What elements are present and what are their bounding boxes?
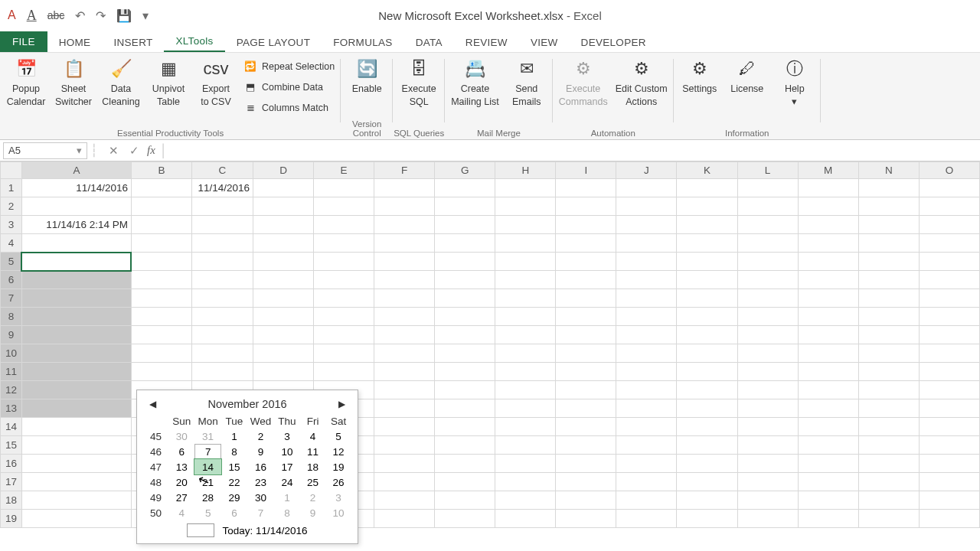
cell-J18[interactable]	[616, 491, 677, 510]
cell-E6[interactable]	[314, 271, 374, 289]
cell-G12[interactable]	[435, 381, 495, 399]
row-header-3[interactable]: 3	[1, 216, 22, 234]
cell-L17[interactable]	[737, 473, 798, 491]
cell-M8[interactable]	[798, 308, 858, 326]
cell-K6[interactable]	[677, 271, 737, 289]
cell-I2[interactable]	[556, 197, 616, 216]
cell-E2[interactable]	[314, 197, 374, 216]
worksheet[interactable]: ABCDEFGHIJKLMNO111/14/201611/14/20162311…	[0, 161, 980, 528]
cell-D2[interactable]	[253, 197, 313, 216]
cell-E7[interactable]	[314, 289, 374, 308]
cell-M17[interactable]	[798, 473, 858, 491]
cell-K8[interactable]	[677, 308, 737, 326]
cell-L11[interactable]	[737, 363, 798, 381]
cell-A8[interactable]	[21, 308, 131, 326]
cell-G13[interactable]	[435, 399, 495, 418]
cell-A13[interactable]	[21, 399, 131, 418]
cell-L5[interactable]	[737, 253, 798, 271]
cell-D6[interactable]	[253, 271, 313, 289]
cell-I9[interactable]	[556, 326, 616, 344]
cell-C11[interactable]	[192, 363, 253, 381]
calendar-day[interactable]: 7	[247, 505, 274, 520]
cell-E3[interactable]	[314, 216, 374, 234]
cell-O10[interactable]	[919, 344, 979, 363]
cell-K7[interactable]	[677, 289, 737, 308]
cell-K15[interactable]	[677, 436, 737, 455]
cell-E8[interactable]	[314, 308, 374, 326]
cell-C9[interactable]	[192, 326, 253, 344]
calendar-day[interactable]: 12	[325, 444, 351, 459]
cell-H1[interactable]	[495, 179, 556, 197]
cell-A11[interactable]	[21, 363, 131, 381]
cell-O4[interactable]	[919, 234, 979, 253]
cell-G15[interactable]	[435, 436, 495, 455]
cell-L3[interactable]	[737, 216, 798, 234]
cell-K13[interactable]	[677, 399, 737, 418]
cell-F10[interactable]	[374, 344, 435, 363]
cancel-icon[interactable]: ✕	[109, 144, 119, 158]
vc-enable-button[interactable]: 🔄Enable	[347, 56, 387, 96]
enter-icon[interactable]: ✓	[129, 144, 139, 158]
cell-F8[interactable]	[374, 308, 435, 326]
calendar-day[interactable]: 14	[194, 459, 221, 474]
cell-H13[interactable]	[495, 399, 556, 418]
cell-L9[interactable]	[737, 326, 798, 344]
cell-L13[interactable]	[737, 399, 798, 418]
cell-A4[interactable]	[21, 234, 131, 253]
cell-I17[interactable]	[556, 473, 616, 491]
cell-G10[interactable]	[435, 344, 495, 363]
row-header-13[interactable]: 13	[1, 399, 22, 418]
calendar-day[interactable]: 23	[247, 474, 274, 490]
cell-B10[interactable]	[131, 344, 191, 363]
cell-K16[interactable]	[677, 455, 737, 473]
cell-F9[interactable]	[374, 326, 435, 344]
cell-C1[interactable]: 11/14/2016	[192, 179, 253, 197]
cell-D1[interactable]	[253, 179, 313, 197]
calendar-day[interactable]: 3	[274, 429, 300, 444]
cell-O19[interactable]	[919, 510, 979, 528]
cell-G18[interactable]	[435, 491, 495, 510]
cell-C6[interactable]	[192, 271, 253, 289]
row-header-17[interactable]: 17	[1, 473, 22, 491]
tab-view[interactable]: VIEW	[519, 33, 570, 52]
cell-A5[interactable]	[21, 253, 131, 271]
cell-B7[interactable]	[131, 289, 191, 308]
cell-C10[interactable]	[192, 344, 253, 363]
calendar-day[interactable]: 5	[325, 429, 351, 444]
cell-D4[interactable]	[253, 234, 313, 253]
today-button[interactable]: Today: 11/14/2016	[222, 525, 307, 536]
cell-I19[interactable]	[556, 510, 616, 528]
cell-C4[interactable]	[192, 234, 253, 253]
calendar-day[interactable]: 15	[221, 459, 247, 474]
cell-A2[interactable]	[21, 197, 131, 216]
cell-N6[interactable]	[858, 271, 919, 289]
col-header-M[interactable]: M	[798, 162, 858, 179]
redo-icon[interactable]: ↷	[96, 8, 106, 23]
cell-C7[interactable]	[192, 289, 253, 308]
cell-G17[interactable]	[435, 473, 495, 491]
cell-L2[interactable]	[737, 197, 798, 216]
strikethrough-icon[interactable]: abc	[47, 9, 65, 21]
cell-H14[interactable]	[495, 418, 556, 436]
cell-N10[interactable]	[858, 344, 919, 363]
calendar-day[interactable]: 7	[194, 444, 221, 459]
calendar-day[interactable]: 21	[194, 474, 221, 490]
calendar-day[interactable]: 11	[300, 444, 325, 459]
cell-F15[interactable]	[374, 436, 435, 455]
cell-N8[interactable]	[858, 308, 919, 326]
cell-O16[interactable]	[919, 455, 979, 473]
row-header-14[interactable]: 14	[1, 418, 22, 436]
cell-J14[interactable]	[616, 418, 677, 436]
cell-D5[interactable]	[253, 253, 313, 271]
create-mailing-button[interactable]: 📇CreateMailing List	[451, 56, 499, 108]
cell-F1[interactable]	[374, 179, 435, 197]
cell-D9[interactable]	[253, 326, 313, 344]
cell-G16[interactable]	[435, 455, 495, 473]
cell-A1[interactable]: 11/14/2016	[21, 179, 131, 197]
cell-B1[interactable]	[131, 179, 191, 197]
calendar-select-box[interactable]	[187, 523, 214, 537]
cell-L8[interactable]	[737, 308, 798, 326]
calendar-day[interactable]: 2	[247, 429, 274, 444]
cell-F2[interactable]	[374, 197, 435, 216]
cell-K3[interactable]	[677, 216, 737, 234]
